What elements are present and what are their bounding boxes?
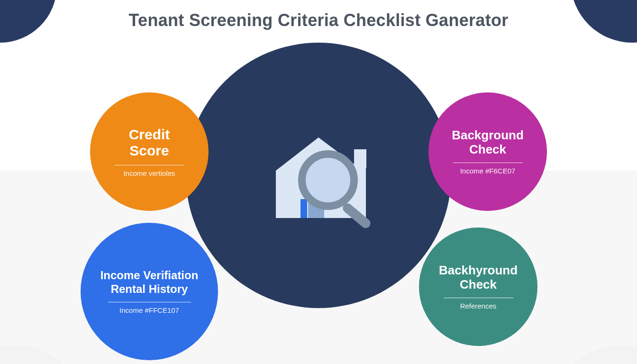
criterion-subtext: Income vertioles bbox=[123, 169, 175, 177]
criterion-subtext: Income #F6CE07 bbox=[460, 167, 516, 175]
page-title: Tenant Screening Criteria Checklist Gane… bbox=[0, 10, 637, 30]
criterion-label: BackgroundCheck bbox=[452, 128, 524, 157]
criterion-subtext: References bbox=[460, 302, 497, 310]
criterion-label: CreditScore bbox=[129, 127, 170, 159]
hub-circle bbox=[186, 43, 451, 308]
criterion-income-rental-history: Income VerifiationRental History Income … bbox=[81, 223, 218, 360]
criterion-label: Income VerifiationRental History bbox=[100, 269, 199, 296]
criterion-credit-score: CreditScore Income vertioles bbox=[90, 92, 209, 211]
divider bbox=[444, 298, 513, 298]
criterion-label: BackhyroundCheck bbox=[439, 264, 518, 292]
svg-rect-0 bbox=[354, 149, 366, 168]
house-magnifier-icon bbox=[247, 104, 390, 246]
divider bbox=[108, 302, 191, 302]
divider bbox=[453, 163, 523, 163]
criterion-subtext: Income #FFCE107 bbox=[119, 306, 179, 314]
divider bbox=[115, 165, 184, 165]
criterion-background-check: BackgroundCheck Income #F6CE07 bbox=[428, 92, 547, 211]
svg-point-3 bbox=[302, 154, 354, 206]
criterion-background-check-2: BackhyroundCheck References bbox=[419, 228, 537, 346]
diagram-stage: Tenant Screening Criteria Checklist Gane… bbox=[0, 0, 637, 364]
svg-rect-2 bbox=[300, 199, 307, 218]
